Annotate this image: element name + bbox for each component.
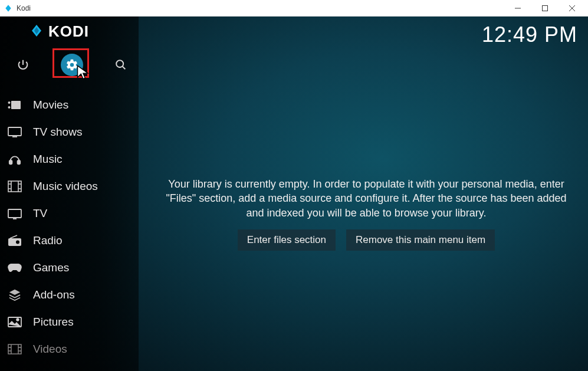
close-button[interactable] (559, 0, 586, 17)
sidebar-item-videos[interactable]: Videos (0, 336, 139, 363)
sidebar-item-label: Games (33, 261, 69, 274)
games-icon (7, 261, 22, 274)
music-icon (7, 153, 22, 166)
sidebar-item-tv[interactable]: TV (0, 200, 139, 227)
svg-point-13 (17, 319, 19, 321)
search-icon[interactable] (112, 56, 130, 74)
power-icon[interactable] (14, 56, 32, 74)
brand-text: KODI (48, 22, 89, 41)
kodi-logo-icon (29, 24, 44, 40)
sidebar-item-musicvideos[interactable]: Music videos (0, 173, 139, 200)
sidebar-item-radio[interactable]: Radio (0, 227, 139, 254)
enter-files-button[interactable]: Enter files section (238, 229, 336, 251)
svg-point-11 (16, 241, 19, 244)
empty-library-panel: Your library is currently empty. In orde… (156, 177, 576, 251)
clock: 12:49 PM (482, 22, 577, 47)
svg-point-3 (8, 101, 11, 104)
window-title: Kodi (17, 4, 504, 12)
sidebar-item-label: Add-ons (33, 288, 75, 301)
movies-icon (7, 99, 22, 111)
sidebar: KODI Mo (0, 17, 139, 371)
sidebar-menu: Movies TV shows Music Music videos (0, 91, 139, 363)
pictures-icon (7, 316, 22, 329)
svg-point-4 (8, 106, 11, 109)
svg-rect-0 (543, 5, 548, 11)
svg-rect-6 (9, 160, 12, 164)
tv-icon (7, 207, 22, 220)
sidebar-item-addons[interactable]: Add-ons (0, 281, 139, 308)
videos-icon (7, 343, 22, 356)
svg-rect-8 (8, 181, 21, 192)
svg-point-1 (116, 60, 123, 67)
svg-rect-14 (8, 344, 21, 354)
kodi-app-icon (4, 4, 13, 13)
remove-menu-item-button[interactable]: Remove this main menu item (346, 229, 495, 251)
window-titlebar: Kodi (0, 0, 588, 17)
svg-rect-7 (18, 160, 21, 164)
sidebar-item-movies[interactable]: Movies (0, 91, 139, 119)
settings-button[interactable] (55, 51, 88, 78)
musicvideos-icon (7, 180, 22, 193)
sidebar-item-tvshows[interactable]: TV shows (0, 119, 139, 146)
svg-rect-9 (8, 209, 21, 218)
sidebar-item-label: Radio (33, 234, 63, 247)
sidebar-item-label: TV shows (33, 126, 82, 139)
app-body: 12:49 PM KODI (0, 17, 588, 371)
sidebar-item-label: Videos (33, 343, 67, 356)
sidebar-item-label: Music videos (33, 180, 98, 193)
sidebar-item-label: TV (33, 207, 47, 220)
top-icon-row (0, 47, 139, 91)
sidebar-item-label: Movies (33, 99, 68, 111)
svg-rect-5 (8, 127, 21, 136)
addons-icon (7, 288, 22, 301)
minimize-button[interactable] (504, 0, 531, 17)
sidebar-item-games[interactable]: Games (0, 254, 139, 281)
empty-library-message: Your library is currently empty. In orde… (156, 177, 576, 220)
window-controls (504, 0, 586, 17)
sidebar-item-label: Music (33, 153, 63, 166)
gear-icon (61, 54, 83, 76)
tvshows-icon (7, 126, 22, 139)
maximize-button[interactable] (531, 0, 559, 17)
svg-rect-2 (11, 101, 21, 109)
sidebar-item-music[interactable]: Music (0, 146, 139, 173)
radio-icon (7, 234, 22, 247)
action-button-row: Enter files section Remove this main men… (156, 229, 576, 251)
brand: KODI (0, 20, 139, 47)
sidebar-item-pictures[interactable]: Pictures (0, 308, 139, 336)
sidebar-item-label: Pictures (33, 316, 74, 329)
